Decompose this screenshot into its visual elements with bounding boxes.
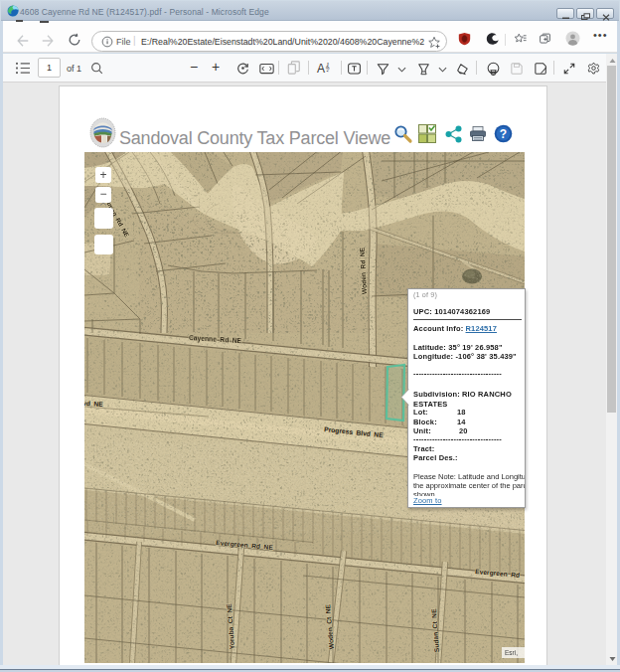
svg-text:−: − (99, 187, 106, 201)
svg-text:+: + (99, 168, 106, 182)
svg-text:?: ? (500, 127, 507, 141)
svg-text:Esri,: Esri, (505, 649, 518, 656)
